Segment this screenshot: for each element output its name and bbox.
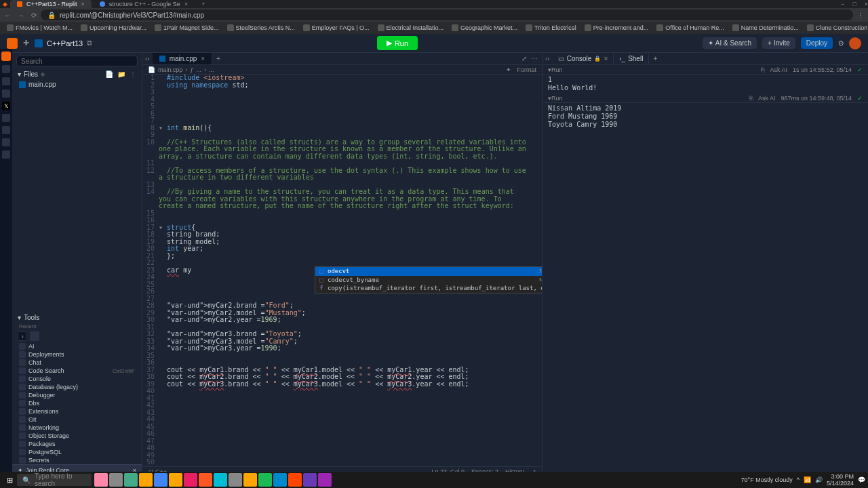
- close-icon[interactable]: ×: [604, 55, 608, 62]
- code-line[interactable]: 15: [142, 210, 542, 218]
- ask-ai-button[interactable]: Ask AI: [770, 66, 787, 73]
- bookmark-item[interactable]: Clune Construction: [804, 24, 868, 31]
- project-title[interactable]: C++Part13 ⧉: [35, 39, 92, 47]
- format-button[interactable]: Format: [517, 66, 536, 73]
- file-item[interactable]: main.cpp: [12, 79, 142, 89]
- bookmark-item[interactable]: Pre-increment and...: [582, 24, 652, 31]
- bookmark-item[interactable]: Employer FAQs | O...: [300, 24, 372, 31]
- extensions-icon[interactable]: ⋮: [857, 12, 864, 19]
- taskbar-app[interactable]: [139, 473, 153, 487]
- run-header[interactable]: ▾ Run⎘Ask AI1s on 14:55:52, 05/14✓: [542, 65, 868, 75]
- tool-item[interactable]: Dbs: [12, 399, 142, 407]
- bookmark-item[interactable]: Name Determinatio...: [730, 24, 802, 31]
- ask-ai-button[interactable]: Ask AI: [758, 95, 776, 102]
- link-icon[interactable]: ⎆: [41, 70, 45, 78]
- tool-item[interactable]: Code SearchCtrlShiftF: [12, 367, 142, 375]
- tool-recent[interactable]: ›: [18, 331, 27, 341]
- notifications-icon[interactable]: ⊙: [838, 39, 844, 47]
- tool-item[interactable]: PostgreSQL: [12, 448, 142, 456]
- new-file-icon[interactable]: 📄: [105, 70, 113, 78]
- shell-tab[interactable]: ›_ Shell: [614, 53, 649, 64]
- code-line[interactable]: 10 //C++ Structures (also called structs…: [142, 139, 542, 161]
- tool-item[interactable]: Extensions: [12, 407, 142, 415]
- tray-chevron-icon[interactable]: ^: [797, 476, 800, 483]
- code-line[interactable]: 44: [142, 416, 542, 424]
- copy-icon[interactable]: ⎘: [761, 66, 764, 73]
- sidebar-icon[interactable]: [2, 77, 10, 85]
- sidebar-icon[interactable]: [2, 114, 10, 122]
- taskbar-app[interactable]: [169, 473, 182, 487]
- invite-button[interactable]: +Invite: [762, 37, 795, 49]
- code-line[interactable]: 16: [142, 217, 542, 224]
- taskbar-app[interactable]: [243, 473, 257, 487]
- taskbar-app[interactable]: [214, 473, 227, 487]
- maximize-icon[interactable]: □: [852, 1, 856, 7]
- tool-item[interactable]: Networking: [12, 424, 142, 432]
- ai-icon[interactable]: ✦: [506, 66, 511, 73]
- taskbar-app[interactable]: [229, 473, 242, 487]
- sidebar-icon[interactable]: [2, 126, 10, 134]
- reload-icon[interactable]: ⟳: [31, 12, 37, 19]
- sidebar-icon[interactable]: [2, 150, 10, 159]
- taskbar-app[interactable]: [273, 473, 287, 487]
- sidebar-x-icon[interactable]: 𝕏: [2, 102, 10, 110]
- code-line[interactable]: 41: [142, 395, 542, 403]
- tool-item[interactable]: Console: [12, 375, 142, 383]
- taskbar-app[interactable]: [94, 473, 108, 487]
- avatar[interactable]: [849, 37, 861, 49]
- bookmark-item[interactable]: FMovies | Watch M...: [4, 24, 75, 31]
- bookmark-item[interactable]: Triton Electrical: [523, 24, 579, 31]
- taskbar-app[interactable]: [303, 473, 317, 487]
- url-input[interactable]: 🔒 replit.com/@ChristopherVel3/CPart13#ma…: [41, 9, 853, 20]
- copy-icon[interactable]: ⎘: [749, 95, 753, 102]
- code-line[interactable]: 35: [142, 352, 542, 360]
- code-line[interactable]: 22: [142, 260, 542, 267]
- wifi-icon[interactable]: 📶: [804, 476, 811, 483]
- code-line[interactable]: 50: [142, 459, 542, 466]
- taskbar-app[interactable]: [184, 473, 197, 487]
- code-line[interactable]: 48: [142, 445, 542, 452]
- code-line[interactable]: 43: [142, 409, 542, 417]
- replit-logo-icon[interactable]: [7, 38, 18, 49]
- tools-header[interactable]: ▾ Tools: [12, 312, 142, 323]
- code-line[interactable]: 14 //By giving a name to the structure, …: [142, 188, 542, 210]
- autocomplete-item[interactable]: ⬚codecvt_bynamestd: [315, 276, 542, 285]
- code-line[interactable]: 3: [142, 89, 542, 96]
- deploy-button[interactable]: Deploy: [801, 37, 833, 49]
- bc-file[interactable]: main.cpp: [158, 66, 183, 73]
- code-line[interactable]: 20 int year;: [142, 245, 542, 253]
- clock-time[interactable]: 3:00 PM: [827, 473, 854, 480]
- chevron-icon[interactable]: ‹›: [542, 55, 553, 62]
- code-line[interactable]: 40: [142, 388, 542, 395]
- close-icon[interactable]: ×: [184, 1, 188, 7]
- minimize-icon[interactable]: −: [841, 1, 844, 7]
- bookmark-item[interactable]: Office of Human Re...: [654, 24, 726, 31]
- taskbar-app[interactable]: [318, 473, 332, 487]
- code-line[interactable]: 34 "var-und">myCar3.year = 1990;: [142, 345, 542, 352]
- tool-item[interactable]: Object Storage: [12, 432, 142, 440]
- code-line[interactable]: 45: [142, 424, 542, 431]
- tool-item[interactable]: Secrets: [12, 456, 142, 464]
- weather-widget[interactable]: 70°F Mostly cloudy: [741, 476, 793, 483]
- taskbar-app[interactable]: [258, 473, 272, 487]
- sidebar-icon[interactable]: [2, 138, 10, 146]
- code-line[interactable]: 18 string brand;: [142, 231, 542, 239]
- sidebar-icon[interactable]: [2, 89, 10, 98]
- taskbar-app[interactable]: [154, 473, 167, 487]
- browser-tab[interactable]: structure C++ - Google Se ×: [93, 0, 195, 8]
- new-folder-icon[interactable]: 📁: [117, 70, 125, 78]
- bookmark-item[interactable]: Electrical Installatio...: [375, 24, 447, 31]
- close-icon[interactable]: ×: [81, 1, 85, 7]
- code-line[interactable]: 47: [142, 438, 542, 445]
- close-icon[interactable]: ×: [201, 55, 205, 62]
- tool-item[interactable]: Chat: [12, 359, 142, 367]
- code-line[interactable]: 6: [142, 110, 542, 118]
- autocomplete-item[interactable]: ⬚odecvtstd: [315, 267, 542, 276]
- taskbar-search[interactable]: 🔍 Type here to search: [17, 474, 92, 486]
- more-icon[interactable]: ⋮: [130, 70, 136, 78]
- code-line[interactable]: 39 cout << myCar3.brand << " " << myCar3…: [142, 381, 542, 388]
- code-line[interactable]: 30 "var-und">myCar2.year = 1969;: [142, 317, 542, 324]
- run-button[interactable]: ▶ Run: [377, 36, 418, 50]
- sidebar-replit-icon[interactable]: [1, 52, 11, 61]
- tool-item[interactable]: Deployments: [12, 350, 142, 359]
